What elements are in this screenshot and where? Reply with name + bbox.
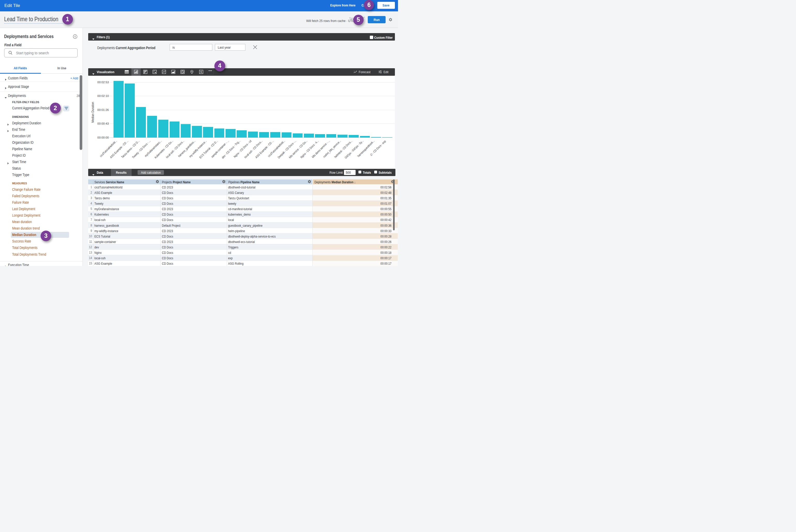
svg-text:6: 6: [200, 70, 202, 73]
